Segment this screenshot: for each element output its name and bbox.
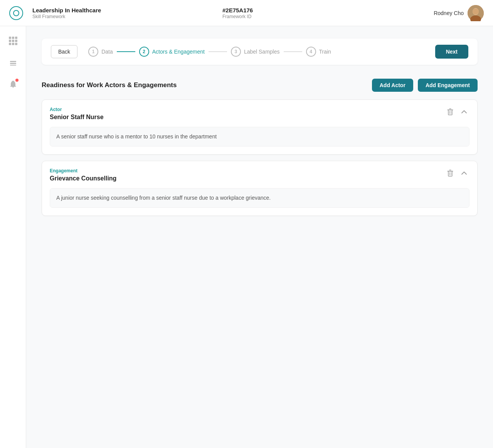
step-1-label: Data [101,49,113,55]
svg-point-3 [473,8,479,15]
sidebar-item-dashboard[interactable] [6,34,20,48]
user-info: Rodney Cho [434,5,484,21]
grid-icon [9,37,17,45]
engagement-type-label: Engagement [50,168,440,173]
actor-card-header: Actor Senior Staff Nurse [42,100,477,121]
step-2: 2 Actors & Engagement [139,47,205,57]
engagement-card-body: A junior nurse seeking counselling from … [42,182,477,216]
main-content: Back 1 Data 2 Actors & Engagement 3 Labe… [26,26,493,448]
actor-card-info: Actor Senior Staff Nurse [50,107,440,121]
connector-2 [209,51,227,52]
username: Rodney Cho [434,10,464,16]
actor-name: Senior Staff Nurse [50,114,440,121]
chevron-up-icon [461,171,467,175]
step-3: 3 Label Samples [231,47,280,57]
back-button[interactable]: Back [51,45,77,58]
section-header: Readiness for Work Actors & Engagements … [42,79,478,92]
actor-card: Actor Senior Staff Nurse [42,99,478,155]
framework-info: #2E75A176 Framework ID [222,7,253,19]
chevron-up-icon [461,110,467,114]
notification-dot [15,79,19,82]
step-4-label: Train [319,49,331,55]
engagement-card-header: Engagement Grievance Counselling [42,161,477,182]
engagement-delete-button[interactable] [445,168,456,178]
stepper: Back 1 Data 2 Actors & Engagement 3 Labe… [42,39,478,65]
section-title: Readiness for Work Actors & Engagements [42,81,367,89]
svg-rect-4 [10,61,16,62]
add-actor-button[interactable]: Add Actor [372,79,413,92]
logo-inner [13,10,19,16]
trash-icon [447,108,453,115]
avatar [468,5,484,21]
topbar: Leadership In Healthcare Skill Framework… [0,0,493,26]
sidebar-item-frameworks[interactable] [6,56,20,69]
project-info: Leadership In Healthcare Skill Framework [32,7,213,19]
step-1: 1 Data [88,47,113,57]
step-3-label: Label Samples [244,49,280,55]
actor-type-label: Actor [50,107,440,112]
app-logo[interactable] [9,6,23,20]
trash-icon [447,170,453,177]
actor-card-body: A senior staff nurse who is a mentor to … [42,121,477,154]
step-1-circle: 1 [88,47,98,57]
project-name: Leadership In Healthcare [32,7,213,13]
engagement-description: A junior nurse seeking counselling from … [50,188,469,208]
next-button[interactable]: Next [435,45,468,59]
framework-id: #2E75A176 [222,7,253,13]
step-2-label: Actors & Engagement [152,49,205,55]
svg-rect-6 [10,65,16,66]
engagement-card-actions [445,168,469,178]
sidebar [0,26,26,448]
engagement-name: Grievance Counselling [50,175,440,182]
engagement-collapse-button[interactable] [459,170,469,177]
actor-card-actions [445,107,469,117]
step-2-circle: 2 [139,47,149,57]
actor-collapse-button[interactable] [459,108,469,115]
actor-description: A senior staff nurse who is a mentor to … [50,127,469,147]
step-4: 4 Train [306,47,331,57]
add-engagement-button[interactable]: Add Engagement [418,79,478,92]
step-4-circle: 4 [306,47,316,57]
svg-rect-7 [12,87,14,88]
framework-subtitle: Framework ID [222,14,253,19]
layers-icon [9,58,17,67]
connector-3 [284,51,302,52]
engagement-card-info: Engagement Grievance Counselling [50,168,440,182]
project-subtitle: Skill Framework [32,14,213,19]
actor-delete-button[interactable] [445,107,456,117]
connector-1 [117,51,135,52]
svg-rect-5 [10,63,16,64]
engagement-card: Engagement Grievance Counselling [42,161,478,216]
step-3-circle: 3 [231,47,241,57]
sidebar-item-notifications[interactable] [6,77,20,91]
